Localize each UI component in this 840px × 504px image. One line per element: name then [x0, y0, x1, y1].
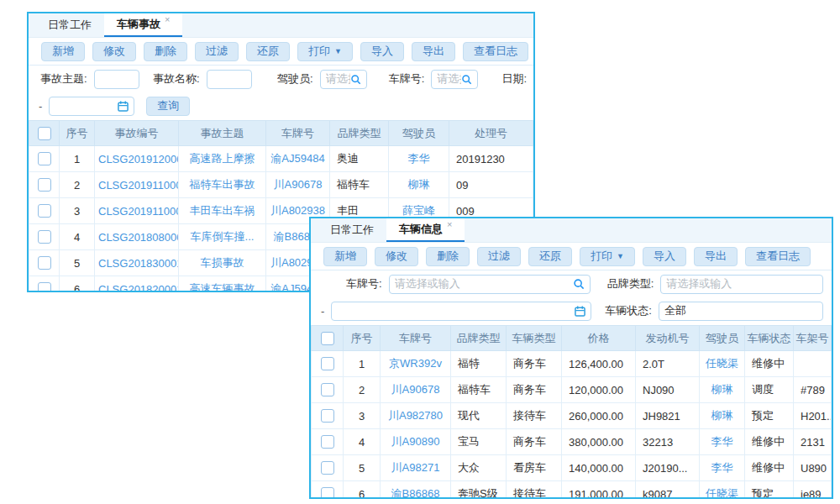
view-log-button[interactable]: 查看日志 — [745, 247, 811, 266]
import-button[interactable]: 导入 — [643, 247, 686, 266]
cell-driver[interactable]: 任晓渠 — [700, 351, 745, 377]
export-button[interactable]: 导出 — [412, 42, 455, 61]
delete-button[interactable]: 删除 — [144, 42, 187, 61]
row-checkbox[interactable] — [321, 383, 334, 396]
cell-accident-code[interactable]: CLSG201830001 — [95, 250, 179, 276]
vehicle-table-row[interactable]: 6 渝B86868 奔驰S级 接待车 191,000.00 k9087 任晓渠 … — [312, 481, 832, 500]
search-icon[interactable] — [573, 278, 585, 290]
cell-driver[interactable]: 柳琳 — [389, 172, 449, 198]
column-header: 处理号 — [449, 121, 533, 146]
select-all-checkbox[interactable] — [321, 332, 334, 345]
date-end-input[interactable] — [331, 302, 591, 321]
close-tab-icon[interactable]: × — [447, 219, 452, 229]
cell-accident-code[interactable]: CLSG2018080001 — [95, 224, 179, 250]
accident-tab-bar: 日常工作 车辆事故 × — [29, 13, 533, 38]
row-checkbox[interactable] — [321, 409, 334, 423]
cell-accident-subject[interactable]: 丰田车出车祸 — [179, 198, 266, 224]
cell-driver[interactable]: 李华 — [700, 455, 745, 481]
accident-subject-input[interactable] — [94, 70, 139, 89]
tab-label: 车辆事故 — [117, 17, 160, 32]
tab-daily-work[interactable]: 日常工作 — [35, 13, 104, 37]
modify-button[interactable]: 修改 — [375, 247, 418, 266]
row-checkbox[interactable] — [321, 435, 334, 449]
vehicle-table-row[interactable]: 4 川A90890 宝马 商务车 380,000.00 32213 李华 维修中… — [312, 429, 832, 455]
cell-plate-no[interactable]: 川A90678 — [266, 172, 330, 198]
date-range-dash: - — [321, 305, 324, 318]
calendar-icon[interactable] — [118, 101, 129, 112]
modify-button[interactable]: 修改 — [92, 42, 136, 61]
cell-accident-subject[interactable]: 福特车出事故 — [179, 172, 266, 198]
brand-type-input[interactable]: 请选择或输入 — [660, 275, 823, 294]
search-icon[interactable] — [350, 74, 361, 85]
import-button[interactable]: 导入 — [360, 42, 404, 61]
cell-accident-code[interactable]: CLSG201820001 — [95, 276, 179, 293]
calendar-icon[interactable] — [575, 306, 585, 317]
cell-plate-no[interactable]: 渝AJ59484 — [266, 146, 330, 172]
vehicle-status-select[interactable]: 全部 — [659, 302, 823, 321]
plate-select-input[interactable]: 请选择或输入 — [389, 275, 591, 294]
cell-plate-no[interactable]: 川A90678 — [381, 377, 451, 403]
button-label: 删除 — [155, 44, 176, 59]
row-checkbox[interactable] — [321, 487, 334, 499]
row-checkbox[interactable] — [38, 178, 51, 192]
cell-driver[interactable]: 李华 — [700, 429, 745, 455]
cell-driver[interactable]: 柳琳 — [700, 403, 745, 429]
accident-table-row[interactable]: 2 CLSG2019110002 福特车出事故 川A90678 福特车 柳琳 0… — [29, 172, 533, 198]
print-button[interactable]: 打印 ▼ — [297, 42, 353, 61]
filter-button[interactable]: 过滤 — [477, 247, 521, 266]
date-end-input[interactable] — [49, 97, 134, 116]
tab-daily-work[interactable]: 日常工作 — [318, 218, 386, 242]
restore-button[interactable]: 还原 — [246, 42, 290, 61]
accident-name-label: 事故名称: — [153, 71, 200, 87]
cell-plate-no[interactable]: 京WR392v — [381, 351, 451, 377]
row-checkbox[interactable] — [38, 152, 51, 165]
cell-accident-subject[interactable]: 高速车辆事故 — [179, 276, 266, 293]
search-icon[interactable] — [461, 74, 472, 85]
row-checkbox[interactable] — [38, 256, 51, 270]
cell-accident-code[interactable]: CLSG2019110001 — [95, 198, 179, 224]
cell-plate-no[interactable]: 川A98271 — [381, 455, 451, 481]
restore-button[interactable]: 还原 — [528, 247, 572, 266]
tab-vehicle-accident[interactable]: 车辆事故 × — [104, 13, 182, 37]
driver-select-input[interactable]: 请选择 — [320, 70, 367, 89]
row-checkbox[interactable] — [38, 230, 51, 244]
accident-table-row[interactable]: 1 CLSG2019120001 高速路上摩擦 渝AJ59484 奥迪 李华 2… — [29, 146, 533, 172]
query-button[interactable]: 查询 — [146, 97, 190, 116]
cell-driver[interactable]: 柳琳 — [700, 377, 745, 403]
plate-select-input[interactable]: 请选择 — [431, 70, 478, 89]
row-checkbox[interactable] — [321, 357, 334, 370]
button-label: 查看日志 — [474, 44, 517, 59]
filter-button[interactable]: 过滤 — [195, 42, 239, 61]
row-checkbox[interactable] — [321, 461, 334, 475]
print-button[interactable]: 打印 ▼ — [580, 247, 635, 266]
cell-frame-no — [794, 351, 832, 377]
tab-label: 车辆信息 — [399, 222, 443, 237]
cell-driver[interactable]: 任晓渠 — [700, 481, 745, 500]
cell-accident-code[interactable]: CLSG2019120001 — [95, 146, 179, 172]
tab-vehicle-info[interactable]: 车辆信息 × — [386, 218, 465, 242]
cell-seq: 1 — [60, 146, 95, 172]
cell-accident-subject[interactable]: 车库倒车撞... — [179, 224, 266, 250]
add-button[interactable]: 新增 — [41, 42, 85, 61]
accident-name-input[interactable] — [207, 70, 252, 89]
accident-toolbar: 新增 修改 删除 过滤 还原 — [29, 38, 533, 66]
cell-accident-subject[interactable]: 车损事故 — [179, 250, 266, 276]
vehicle-table-row[interactable]: 3 川A982780 现代 接待车 260,000.00 JH9821 柳琳 预… — [312, 403, 832, 429]
delete-button[interactable]: 删除 — [426, 247, 470, 266]
vehicle-table-row[interactable]: 2 川A90678 福特车 商务车 120,000.00 NJ090 柳琳 调度… — [312, 377, 832, 403]
vehicle-table-row[interactable]: 1 京WR392v 福特 商务车 126,400.00 2.0T 任晓渠 维修中 — [312, 351, 832, 377]
cell-accident-subject[interactable]: 高速路上摩擦 — [179, 146, 266, 172]
vehicle-table-row[interactable]: 5 川A98271 大众 看房车 140,000.00 J20190... 李华… — [312, 455, 832, 481]
cell-accident-code[interactable]: CLSG2019110002 — [95, 172, 179, 198]
row-checkbox[interactable] — [38, 204, 51, 218]
close-tab-icon[interactable]: × — [165, 14, 170, 24]
cell-plate-no[interactable]: 川A982780 — [381, 403, 451, 429]
row-checkbox[interactable] — [38, 282, 51, 292]
add-button[interactable]: 新增 — [323, 247, 367, 266]
view-log-button[interactable]: 查看日志 — [463, 42, 528, 61]
select-all-checkbox[interactable] — [38, 127, 51, 140]
cell-plate-no[interactable]: 渝B86868 — [381, 481, 451, 500]
export-button[interactable]: 导出 — [694, 247, 738, 266]
cell-plate-no[interactable]: 川A90890 — [381, 429, 451, 455]
cell-driver[interactable]: 李华 — [389, 146, 449, 172]
